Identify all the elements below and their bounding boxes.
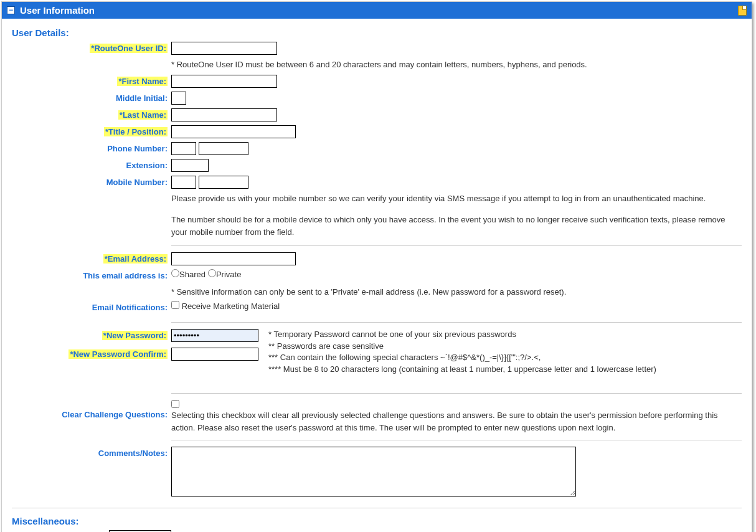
first-name-input[interactable] [171, 75, 277, 88]
email-type-private-radio[interactable] [208, 269, 216, 277]
receive-marketing-checkbox[interactable] [171, 301, 179, 309]
label-mobile-number: Mobile Number: [12, 176, 171, 187]
helper-clear-challenge: Selecting this checkbox will clear all p… [171, 409, 732, 434]
label-title-position: *Title / Position: [104, 127, 168, 136]
helper-user-id-rule: * RouteOne User ID must be between 6 and… [171, 59, 732, 71]
extension-input[interactable] [171, 159, 209, 172]
radio-label-private: Private [216, 270, 241, 279]
pw-rule-1: * Temporary Password cannot be one of yo… [268, 329, 656, 341]
document-icon[interactable] [738, 6, 747, 16]
label-email-type: This email address is: [12, 269, 171, 280]
user-information-panel: − User Information User Details: *RouteO… [1, 1, 752, 532]
mobile-area-input[interactable] [171, 176, 196, 189]
label-comments: Comments/Notes: [12, 447, 171, 458]
separator-3 [171, 393, 742, 394]
checkbox-label-marketing: Receive Marketing Material [182, 302, 280, 311]
separator-4 [171, 440, 742, 440]
clear-challenge-checkbox[interactable] [171, 400, 179, 408]
title-position-input[interactable] [171, 125, 296, 138]
label-routeone-user-id: *RouteOne User ID: [90, 44, 168, 53]
pw-rule-4: **** Must be 8 to 20 characters long (co… [268, 364, 656, 376]
separator-2 [171, 322, 742, 323]
phone-area-input[interactable] [171, 142, 196, 155]
collapse-icon[interactable]: − [7, 6, 15, 14]
label-extension: Extension: [12, 159, 171, 170]
helper-mobile-2: The number should be for a mobile device… [171, 214, 732, 239]
separator-1 [171, 245, 742, 246]
label-last-name: *Last Name: [118, 110, 168, 120]
label-new-password-confirm: *New Password Confirm: [69, 349, 168, 359]
section-user-details: User Details: [12, 27, 742, 38]
mobile-number-input[interactable] [199, 176, 248, 189]
panel-header: − User Information [2, 2, 752, 19]
helper-email-privacy: * Sensitive information can only be sent… [171, 286, 732, 298]
panel-title: User Information [20, 5, 738, 16]
comments-textarea[interactable] [171, 447, 576, 496]
last-name-input[interactable] [171, 108, 277, 121]
radio-label-shared: Shared [179, 270, 206, 279]
label-clear-challenge: Clear Challenge Questions: [12, 400, 171, 419]
label-email-notifications: Email Notifications: [12, 301, 171, 312]
phone-number-input[interactable] [199, 142, 248, 155]
new-password-confirm-input[interactable] [171, 348, 258, 361]
panel-body: User Details: *RouteOne User ID: * Route… [2, 19, 752, 532]
label-email-address: *Email Address: [103, 254, 168, 264]
new-password-input[interactable] [171, 329, 258, 342]
routeone-user-id-input[interactable] [171, 42, 277, 55]
middle-initial-input[interactable] [171, 92, 186, 105]
helper-mobile-1: Please provide us with your mobile numbe… [171, 192, 732, 205]
label-middle-initial: Middle Initial: [12, 92, 171, 103]
label-new-password: *New Password: [102, 331, 168, 340]
email-type-shared-radio[interactable] [171, 269, 179, 277]
email-address-input[interactable] [171, 252, 296, 265]
section-miscellaneous: Miscellaneous: [12, 516, 742, 526]
label-first-name: *First Name: [117, 77, 168, 86]
label-phone-number: Phone Number: [12, 142, 171, 153]
